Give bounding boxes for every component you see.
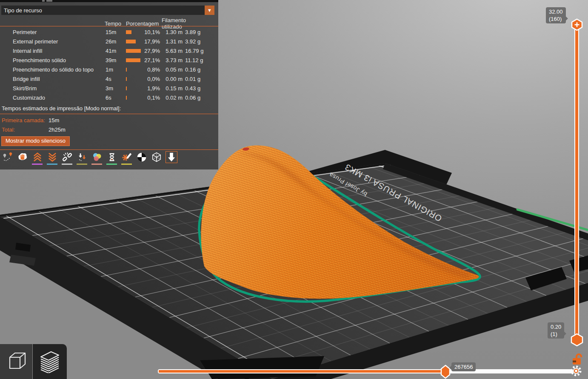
3d-editor-view-button[interactable] [0,344,32,379]
divider [0,149,218,150]
percentage-bar [126,86,127,90]
feature-filament-m: 5.63 m [162,48,185,54]
feature-row: Skirt/Brim3m1,9%0.15 m0.43 g [2,83,217,93]
feature-label: Customizado [13,95,105,101]
feature-filament-g: 16.79 g [185,48,206,54]
first-layer-value: 15m [49,117,59,123]
toggle-color-changes-icon[interactable] [91,152,103,165]
feature-filament-g: 11.12 g [185,57,206,63]
feature-label: External perimeter [13,38,105,45]
move-slider-track[interactable] [158,369,573,373]
total-label: Total: [2,126,49,133]
feature-percentage: 0,0% [143,76,162,82]
gear-icon[interactable] [570,365,582,377]
feature-filament-g: 0.01 g [185,76,206,82]
feature-filament-m: 1.31 m [162,38,185,45]
feature-time: 6s [105,95,126,101]
dropdown-arrow-button[interactable]: ▼ [205,6,214,15]
feature-filament-m: 3.73 m [162,57,185,63]
feature-row: Preenchimento do sólido do topo1m0,8%0.0… [2,65,217,74]
view-type-select[interactable]: Tipo de recurso ▼ [1,6,214,15]
move-slider-tooltip: 267656 [451,362,476,371]
layer-slider-bottom-handle[interactable] [570,333,584,347]
feature-percentage: 10,1% [143,29,162,35]
show-stealth-mode-button[interactable]: Mostrar modo silencioso [1,136,70,146]
feature-label: Skirt/Brim [13,85,105,92]
layers-icon [38,350,61,373]
toggle-pause-prints-icon[interactable] [106,152,117,165]
feature-label: Internal infill [13,48,105,54]
unlock-icon[interactable] [571,353,583,365]
feature-percentage: 27,1% [143,57,162,63]
toggle-deretractions-icon[interactable] [46,152,58,165]
feature-percentage: 1,9% [143,85,162,92]
feature-filament-m: 1.30 m [162,29,185,35]
preview-view-button[interactable] [33,344,67,379]
feature-percentage: 17,9% [143,38,162,45]
bottom-layer-index: (1) [551,330,561,338]
top-layer-index: (160) [549,15,563,23]
toggle-center-of-gravity-icon[interactable] [136,152,147,165]
total-value: 2h25m [49,126,66,133]
toggle-custom-gcodes-icon[interactable] [121,152,132,165]
layer-slider-top-handle[interactable] [571,18,583,31]
total-time-row: Total: 2h25m [2,126,172,133]
feature-label: Preenchimento sólido [13,57,105,63]
estimated-times-title: Tempos estimados de impressão [Modo norm… [2,105,121,112]
feature-filament-g: 0.06 g [185,95,206,101]
toggle-tool-changes-icon[interactable] [76,152,88,165]
toggle-current-marker-icon[interactable] [166,152,177,165]
feature-filament-m: 0.00 m [162,76,185,82]
feature-filament-g: 0.16 g [185,66,206,73]
toggle-wipes-icon[interactable] [17,152,28,165]
feature-filament-m: 0.05 m [162,66,185,73]
percentage-bar [126,96,127,100]
percentage-bar [126,30,131,34]
layer-slider-bottom-tooltip: 0.20 (1) [548,322,564,339]
feature-filament-g: 0.43 g [185,85,206,92]
view-toggles-row [2,152,177,165]
feature-percentage: 0,8% [143,66,162,73]
percentage-bar [126,40,136,43]
percentage-bar [126,77,127,81]
feature-row: Preenchimento sólido39m27,1%3.73 m11.12 … [2,55,217,65]
divider [0,114,218,114]
bottom-layer-height: 0.20 [551,323,561,330]
feature-time: 1m [105,66,126,73]
divider [0,26,218,26]
feature-row: Perimeter15m10,1%1.30 m3.89 g [2,27,217,37]
feature-rows: Perimeter15m10,1%1.30 m3.89 gExternal pe… [2,27,217,102]
percentage-bar [126,58,140,62]
percentage-bar [126,49,141,53]
feature-time: 15m [105,29,126,35]
feature-time: 41m [105,48,126,54]
gcode-preview-window: ORIGINAL PRUSA i3 MK3 by Josef Prusa Tip… [0,0,588,379]
cube-icon [6,350,27,373]
feature-time: 3m [105,85,126,92]
top-layer-height: 32.00 [549,8,563,15]
feature-time: 4s [105,76,126,82]
toggle-seams-icon[interactable] [61,152,73,165]
view-type-value: Tipo de recurso [1,7,205,14]
chevron-down-icon: ▼ [207,8,212,13]
feature-filament-g: 3.89 g [185,29,206,35]
feature-row: External perimeter26m17,9%1.31 m3.92 g [2,37,217,46]
feature-filament-m: 0.02 m [162,95,185,101]
percentage-bar [126,68,127,72]
toggle-shells-icon[interactable] [151,152,162,165]
toggle-travels-icon[interactable] [2,152,13,165]
feature-row: Internal infill41m27,9%5.63 m16.79 g [2,46,217,55]
feature-label: Perimeter [13,29,105,35]
feature-row: Bridge infill4s0,0%0.00 m0.01 g [2,74,217,83]
feature-percentage: 0,1% [143,95,162,101]
feature-filament-g: 3.92 g [185,38,206,45]
move-slider-handle[interactable] [440,365,451,379]
feature-filament-m: 0.15 m [162,85,185,92]
table-header: Tempo Porcentagem Filamento utilizado [2,17,217,26]
legend-panel: Tipo de recurso ▼ Tempo Porcentagem Fila… [0,0,218,169]
layer-slider-track[interactable] [574,23,579,343]
toggle-retractions-icon[interactable] [31,152,43,165]
move-slider-fill [159,370,445,373]
first-layer-row: Primeira camada: 15m [2,117,172,123]
feature-time: 39m [105,57,126,63]
